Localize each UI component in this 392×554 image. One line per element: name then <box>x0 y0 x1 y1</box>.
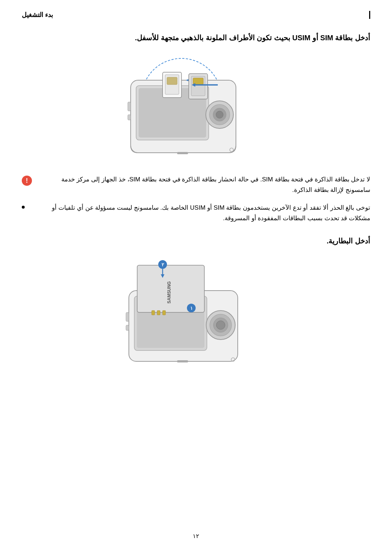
svg-text:٢: ٢ <box>162 262 164 267</box>
sim-illustration <box>22 51 370 164</box>
sim-diagram-svg <box>109 51 283 164</box>
note-item-1: لا تدخل بطاقة الذاكرة في فتحة بطاقة SIM.… <box>22 175 370 196</box>
svg-rect-19 <box>128 115 131 120</box>
svg-text:SAMSUNG: SAMSUNG <box>167 281 172 303</box>
svg-rect-33 <box>163 311 166 315</box>
note-text-2: توخى بالغ الحذر ألا تفقد أو تدع الآخرين … <box>29 203 370 224</box>
note-text-1: لا تدخل بطاقة الذاكرة في فتحة بطاقة SIM.… <box>36 175 370 196</box>
step2-section: أدخل بطاقة SIM أو USIM بحيث تكون الأطراف… <box>22 33 370 224</box>
svg-point-28 <box>216 321 225 329</box>
step2-title: أدخل بطاقة SIM أو USIM بحيث تكون الأطراف… <box>22 33 370 42</box>
svg-rect-32 <box>157 311 160 315</box>
svg-point-7 <box>216 111 223 118</box>
svg-rect-10 <box>167 77 177 85</box>
warning-icon-1: ! <box>22 176 32 186</box>
note-item-2: توخى بالغ الحذر ألا تفقد أو تدع الآخرين … <box>22 203 370 224</box>
page-number: ١٢ <box>0 533 392 539</box>
svg-text:١: ١ <box>190 305 193 311</box>
svg-rect-31 <box>152 311 155 315</box>
page-container: بدء التشغيل أدخل بطاقة SIM أو USIM بحيث … <box>0 0 392 554</box>
battery-diagram-svg: SAMSUNG ١ ٢ <box>109 254 283 370</box>
step3-title: أدخل البطارية. <box>22 237 370 245</box>
svg-rect-40 <box>126 312 129 321</box>
bullet-dot-2 <box>22 206 25 209</box>
page-title: بدء التشغيل <box>22 11 53 19</box>
notes-section: لا تدخل بطاقة الذاكرة في فتحة بطاقة SIM.… <box>22 175 370 224</box>
battery-illustration: SAMSUNG ١ ٢ <box>22 254 370 370</box>
svg-rect-41 <box>126 325 129 331</box>
step3-section: أدخل البطارية. SAMSUNG <box>22 237 370 370</box>
svg-rect-18 <box>128 102 131 111</box>
page-header: بدء التشغيل <box>22 11 370 19</box>
svg-rect-42 <box>177 360 188 362</box>
svg-rect-20 <box>177 152 188 154</box>
